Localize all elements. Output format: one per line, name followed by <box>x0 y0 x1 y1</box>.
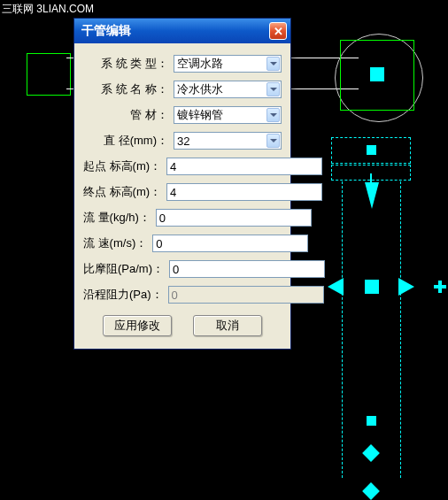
select-material[interactable]: 镀锌钢管 <box>174 106 282 124</box>
label-along-loss: 沿程阻力(Pa)： <box>83 287 168 303</box>
cad-grip[interactable] <box>367 416 376 426</box>
chevron-down-icon <box>266 134 280 148</box>
row-start-elev: 起点 标高(m)： <box>83 157 282 176</box>
select-value: 32 <box>177 135 189 148</box>
input-friction[interactable] <box>169 260 325 278</box>
label-start-elev: 起点 标高(m)： <box>83 158 166 174</box>
cad-shape <box>27 53 71 96</box>
dialog-body: 系 统 类 型： 空调水路 系 统 名 称： 冷水供水 管 材： 镀锌钢管 直 … <box>74 43 290 349</box>
row-friction: 比摩阻(Pa/m)： <box>83 259 282 279</box>
cad-pipe-line <box>400 181 401 478</box>
input-start-elev[interactable] <box>166 158 322 175</box>
close-icon: ✕ <box>274 25 283 38</box>
row-system-name: 系 统 名 称： 冷水供水 <box>83 80 282 99</box>
dialog-title: 干管编辑 <box>81 23 269 39</box>
cad-arrow-stem <box>370 173 372 182</box>
label-system-type: 系 统 类 型： <box>83 56 174 72</box>
input-velocity[interactable] <box>152 235 308 252</box>
cad-stretch-right-icon[interactable] <box>398 278 414 296</box>
select-diameter[interactable]: 32 <box>174 132 282 150</box>
cad-grip[interactable] <box>367 145 376 155</box>
label-friction: 比摩阻(Pa/m)： <box>83 261 169 277</box>
select-system-type[interactable]: 空调水路 <box>174 55 282 73</box>
row-system-type: 系 统 类 型： 空调水路 <box>83 54 282 73</box>
apply-button[interactable]: 应用修改 <box>103 315 172 336</box>
select-value: 冷水供水 <box>177 81 223 97</box>
row-end-elev: 终点 标高(m)： <box>83 182 282 202</box>
row-diameter: 直 径(mm)： 32 <box>83 131 282 150</box>
dialog-titlebar[interactable]: 干管编辑 ✕ <box>74 19 290 43</box>
input-end-elev[interactable] <box>166 183 322 201</box>
cancel-button[interactable]: 取消 <box>193 315 262 336</box>
label-flow: 流 量(kg/h)： <box>83 210 156 226</box>
watermark-text: 三联网 3LIAN.COM <box>2 2 94 17</box>
cad-grip-diamond[interactable] <box>362 482 380 500</box>
row-flow: 流 量(kg/h)： <box>83 208 282 227</box>
button-row: 应用修改 取消 <box>83 315 282 336</box>
cad-grip-diamond[interactable] <box>362 444 380 462</box>
pipe-edit-dialog: 干管编辑 ✕ 系 统 类 型： 空调水路 系 统 名 称： 冷水供水 管 材： … <box>73 18 291 350</box>
label-material: 管 材： <box>83 107 174 123</box>
chevron-down-icon <box>266 57 280 71</box>
cad-grip[interactable] <box>370 67 384 81</box>
cad-pipe-line <box>342 181 343 478</box>
select-value: 空调水路 <box>177 56 223 72</box>
label-end-elev: 终点 标高(m)： <box>83 184 166 200</box>
cad-plus-icon[interactable] <box>438 281 442 293</box>
chevron-down-icon <box>266 82 280 96</box>
row-velocity: 流 速(m/s)： <box>83 234 282 253</box>
input-along-loss <box>168 286 324 304</box>
select-system-name[interactable]: 冷水供水 <box>174 81 282 98</box>
row-material: 管 材： 镀锌钢管 <box>83 105 282 125</box>
label-diameter: 直 径(mm)： <box>83 133 174 149</box>
cad-arrow-down-icon <box>365 182 379 209</box>
cad-grip[interactable] <box>365 280 379 294</box>
cad-stretch-left-icon[interactable] <box>328 278 344 296</box>
chevron-down-icon <box>266 108 280 122</box>
select-value: 镀锌钢管 <box>177 107 223 123</box>
label-velocity: 流 速(m/s)： <box>83 235 152 251</box>
row-along-loss: 沿程阻力(Pa)： <box>83 285 282 304</box>
label-system-name: 系 统 名 称： <box>83 81 174 97</box>
close-button[interactable]: ✕ <box>269 22 287 40</box>
input-flow[interactable] <box>156 209 312 227</box>
